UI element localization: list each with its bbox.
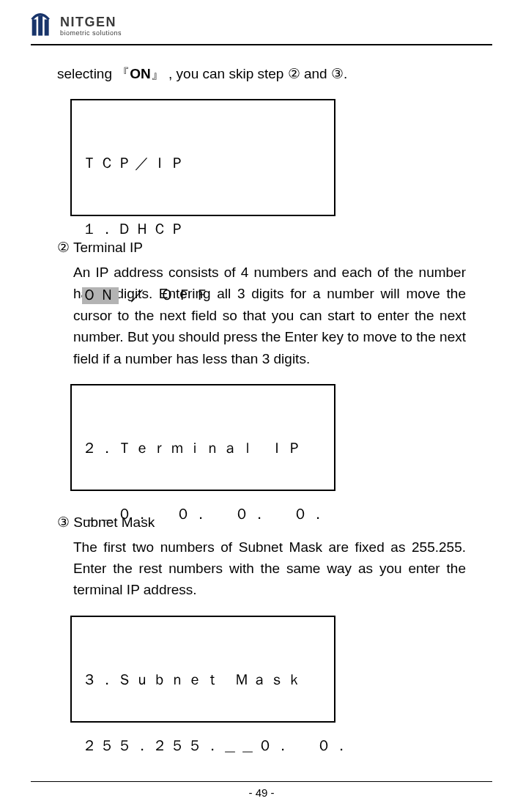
lcd-line: ３．Ｓｕｂｎｅｔ Ｍａｓｋ bbox=[82, 670, 324, 692]
lcd-line: ２５５．２５５．＿＿０． ０． bbox=[82, 736, 324, 758]
brand-tagline: biometric solutions bbox=[60, 30, 122, 37]
intro-post1: 』 , you can skip step bbox=[151, 66, 288, 81]
dhcp-off-text: ／ ＯＦＦ bbox=[119, 287, 212, 304]
section-num: ② bbox=[57, 240, 70, 255]
svg-rect-0 bbox=[32, 20, 37, 36]
lcd-subnet-mask: ３．Ｓｕｂｎｅｔ Ｍａｓｋ ２５５．２５５．＿＿０． ０． bbox=[70, 616, 335, 723]
intro-circ3: ③ bbox=[331, 66, 344, 81]
section-num: ③ bbox=[57, 514, 70, 530]
intro-text: selecting 『ON』 , you can skip step ② and… bbox=[57, 63, 466, 84]
intro-pre: selecting 『 bbox=[57, 66, 130, 81]
lcd-line: ＿＿０． ０． ０． ０． bbox=[82, 504, 324, 526]
footer-divider bbox=[31, 781, 492, 782]
intro-circ2: ② bbox=[288, 66, 300, 81]
lcd-line: ２．Ｔｅｒｍｉｎａｌ ＩＰ bbox=[82, 438, 324, 460]
page-footer: - 49 - bbox=[31, 781, 492, 799]
intro-dot: . bbox=[344, 66, 347, 81]
logo-icon bbox=[31, 13, 56, 38]
svg-rect-1 bbox=[38, 15, 42, 35]
intro-and: and bbox=[300, 66, 331, 81]
dhcp-on-highlight: ＯＮ bbox=[82, 287, 119, 304]
lcd-line: ＯＮ ／ ＯＦＦ bbox=[82, 285, 324, 307]
page-number: - 49 - bbox=[31, 786, 492, 799]
intro-on: ON bbox=[130, 66, 151, 81]
brand-name: NITGEN bbox=[60, 15, 122, 29]
page-header: NITGEN biometric solutions bbox=[31, 13, 492, 41]
lcd-line: １．ＤＨＣＰ bbox=[82, 219, 324, 241]
page-content: selecting 『ON』 , you can skip step ② and… bbox=[31, 45, 492, 723]
lcd-dhcp: ＴＣＰ／ＩＰ １．ＤＨＣＰ ＯＮ ／ ＯＦＦ bbox=[70, 99, 335, 216]
lcd-terminal-ip: ２．Ｔｅｒｍｉｎａｌ ＩＰ ＿＿０． ０． ０． ０． bbox=[70, 384, 335, 491]
svg-rect-2 bbox=[45, 20, 49, 36]
lcd-line: ＴＣＰ／ＩＰ bbox=[82, 153, 324, 175]
brand-logo: NITGEN biometric solutions bbox=[31, 13, 122, 38]
